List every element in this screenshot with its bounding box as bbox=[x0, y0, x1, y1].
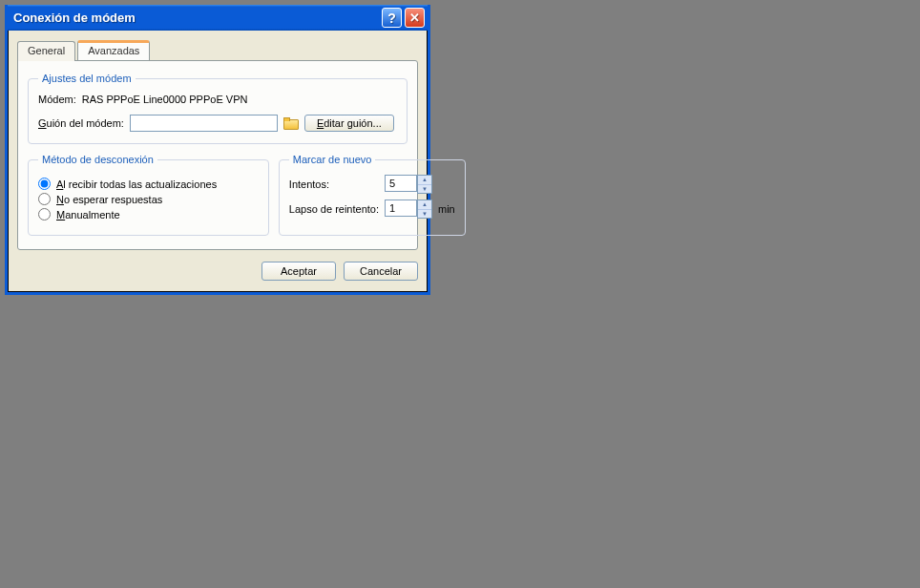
interval-input[interactable] bbox=[385, 200, 417, 217]
radio-no-wait-label: No esperar respuestas bbox=[56, 194, 162, 205]
modem-value: RAS PPPoE Line0000 PPPoE VPN bbox=[82, 94, 248, 105]
interval-unit: min bbox=[438, 203, 455, 215]
redial-group: Marcar de nuevo Intentos: ▲ ▼ x Lapso de… bbox=[279, 154, 466, 236]
radio-all-updates-label: Al recibir todas las actualizaciones bbox=[56, 178, 217, 190]
spin-up-icon[interactable]: ▲ bbox=[418, 176, 431, 185]
spin-up-icon[interactable]: ▲ bbox=[418, 200, 431, 210]
help-button[interactable]: ? bbox=[382, 8, 402, 28]
browse-folder-icon[interactable] bbox=[283, 117, 299, 130]
edit-script-button[interactable]: Editar guión... bbox=[304, 115, 394, 132]
interval-label: Lapso de reintento: bbox=[289, 203, 379, 215]
redial-legend: Marcar de nuevo bbox=[289, 154, 376, 165]
radio-row-no-wait[interactable]: No esperar respuestas bbox=[38, 193, 259, 205]
titlebar[interactable]: Conexión de módem ? ✕ bbox=[8, 5, 428, 31]
attempts-spin-buttons[interactable]: ▲ ▼ bbox=[417, 175, 432, 194]
interval-spinner[interactable]: ▲ ▼ bbox=[385, 200, 432, 219]
radio-row-manual[interactable]: Manualmente bbox=[38, 208, 259, 220]
script-input[interactable] bbox=[130, 115, 278, 132]
spin-down-icon[interactable]: ▼ bbox=[418, 210, 431, 219]
modem-connection-dialog: Conexión de módem ? ✕ General Avanzadas … bbox=[5, 5, 430, 295]
disconnect-method-group: Método de desconexión Al recibir todas l… bbox=[28, 154, 269, 236]
tab-panel-advanced: Ajustes del módem Módem: RAS PPPoE Line0… bbox=[17, 60, 418, 250]
interval-spin-buttons[interactable]: ▲ ▼ bbox=[417, 200, 432, 219]
attempts-label: Intentos: bbox=[289, 178, 379, 190]
script-label: Guión del módem: bbox=[38, 117, 124, 129]
window-title: Conexión de módem bbox=[13, 10, 136, 25]
tab-advanced[interactable]: Avanzadas bbox=[77, 40, 150, 60]
radio-row-all-updates[interactable]: Al recibir todas las actualizaciones bbox=[38, 178, 259, 190]
ok-button[interactable]: Aceptar bbox=[261, 262, 336, 281]
help-icon: ? bbox=[387, 10, 396, 26]
tabstrip: General Avanzadas bbox=[17, 40, 418, 60]
close-button[interactable]: ✕ bbox=[405, 8, 425, 28]
disconnect-legend: Método de desconexión bbox=[38, 154, 157, 165]
spin-down-icon[interactable]: ▼ bbox=[418, 185, 431, 194]
attempts-spinner[interactable]: ▲ ▼ bbox=[385, 175, 432, 194]
close-icon: ✕ bbox=[409, 10, 420, 25]
cancel-button[interactable]: Cancelar bbox=[344, 262, 418, 281]
dialog-buttons: Aceptar Cancelar bbox=[17, 262, 418, 281]
radio-no-wait[interactable] bbox=[38, 193, 51, 205]
tab-general[interactable]: General bbox=[17, 41, 75, 61]
client-area: General Avanzadas Ajustes del módem Móde… bbox=[8, 31, 428, 292]
radio-manual[interactable] bbox=[38, 208, 51, 220]
radio-manual-label: Manualmente bbox=[56, 209, 120, 220]
attempts-input[interactable] bbox=[385, 175, 417, 192]
modem-settings-group: Ajustes del módem Módem: RAS PPPoE Line0… bbox=[28, 73, 408, 144]
modem-settings-legend: Ajustes del módem bbox=[38, 73, 136, 84]
radio-all-updates[interactable] bbox=[38, 178, 51, 190]
modem-label: Módem: bbox=[38, 94, 76, 105]
